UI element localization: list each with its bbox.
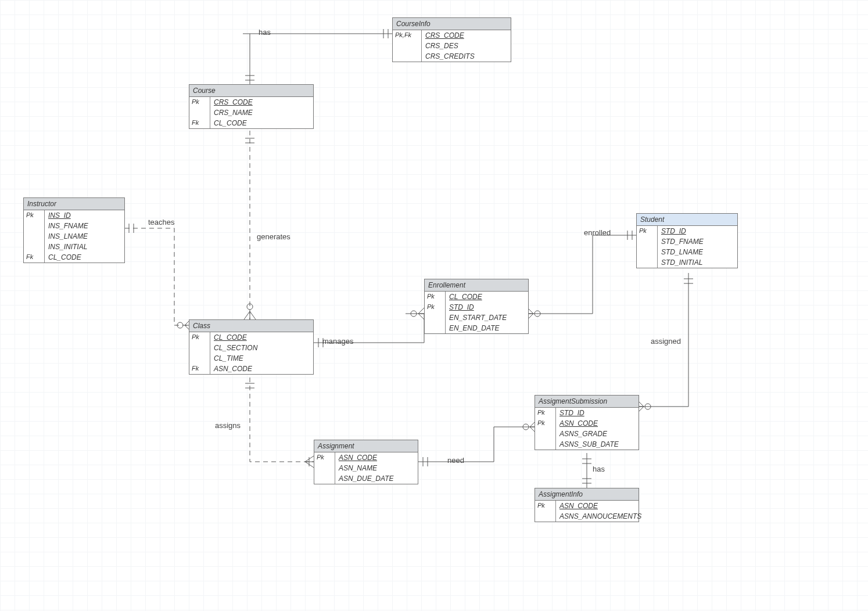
rel-label-assigned: assigned bbox=[651, 337, 681, 346]
rel-label-manages: manages bbox=[322, 337, 353, 346]
svg-point-4 bbox=[523, 424, 529, 430]
entity-title: Enrollement bbox=[425, 279, 528, 292]
entity-enrollement[interactable]: Enrollement PkCL_CODE PkSTD_ID EN_START_… bbox=[424, 279, 529, 334]
svg-point-1 bbox=[177, 322, 183, 328]
svg-point-3 bbox=[535, 311, 540, 317]
entity-title: Assignment bbox=[314, 440, 418, 452]
rel-label-has: has bbox=[259, 28, 271, 37]
svg-point-0 bbox=[247, 304, 253, 310]
entity-instructor[interactable]: Instructor PkINS_ID INS_FNAME INS_LNAME … bbox=[23, 197, 125, 263]
entity-title: Student bbox=[637, 214, 737, 226]
entity-title: Instructor bbox=[24, 198, 124, 210]
svg-point-2 bbox=[411, 311, 417, 317]
entity-title: AssigmentSubmission bbox=[535, 396, 639, 408]
entity-assignment[interactable]: Assignment PkASN_CODE ASN_NAME ASN_DUE_D… bbox=[314, 440, 418, 484]
entity-assignment-submission[interactable]: AssigmentSubmission PkSTD_ID PkASN_CODE … bbox=[535, 395, 639, 450]
entity-course[interactable]: Course PkCRS_CODE CRS_NAME FkCL_CODE bbox=[189, 84, 314, 129]
entity-body: PkINS_ID INS_FNAME INS_LNAME INS_INITIAL… bbox=[24, 210, 124, 263]
entity-title: Course bbox=[189, 85, 313, 97]
entity-title: CourseInfo bbox=[393, 18, 511, 30]
rel-label-assigns: assigns bbox=[215, 421, 241, 430]
entity-courseinfo[interactable]: CourseInfo Pk,FkCRS_CODE CRS_DES CRS_CRE… bbox=[392, 17, 511, 62]
entity-assignment-info[interactable]: AssigmentInfo PkASN_CODE ASNS_ANNOUCEMEN… bbox=[535, 488, 639, 522]
entity-title: AssigmentInfo bbox=[535, 488, 639, 501]
entity-title: Class bbox=[189, 320, 313, 332]
rel-label-enrolled: enrolled bbox=[584, 228, 611, 237]
svg-point-5 bbox=[645, 404, 651, 409]
rel-label-has2: has bbox=[593, 465, 605, 473]
rel-label-need: need bbox=[447, 456, 464, 465]
entity-student[interactable]: Student PkSTD_ID STD_FNAME STD_LNAME STD… bbox=[636, 213, 738, 268]
rel-label-generates: generates bbox=[257, 232, 290, 241]
entity-class[interactable]: Class PkCL_CODE CL_SECTION CL_TIME FkASN… bbox=[189, 319, 314, 375]
rel-label-teaches: teaches bbox=[148, 218, 175, 227]
